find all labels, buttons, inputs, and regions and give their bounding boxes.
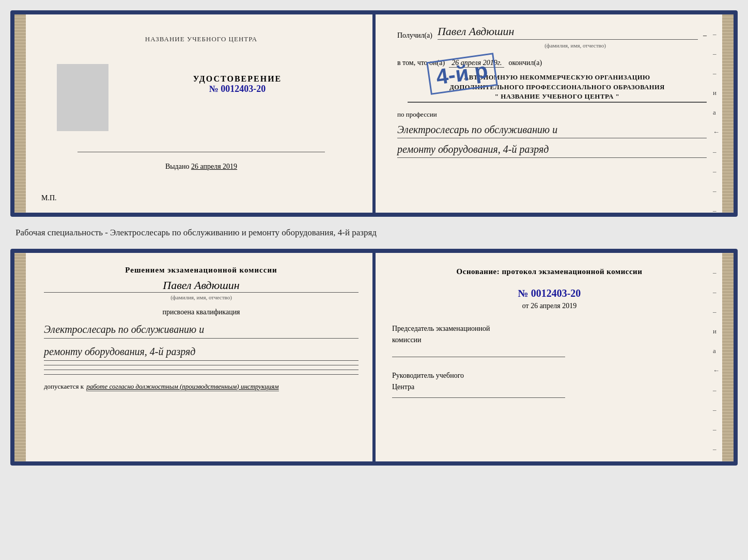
po-professii-label: по профессии [397,110,707,119]
rukovoditel-text: Руководитель учебного Центра [392,370,707,393]
resheniem-title: Решением экзаменационной комиссии [44,266,359,275]
qualification-text-1: Электрослесарь по обслуживанию и [44,321,359,339]
osnovanie-text: Основание: протокол экзаменационной коми… [392,266,707,278]
dopuskaetsya-text: работе согласно должностным (производств… [86,382,278,391]
top-right-panel: Получил(а) Павел Авдюшин – (фамилия, имя… [377,14,722,213]
vtom-label: в том, что он(а) [397,59,445,67]
spine-right [722,14,734,213]
profession-text-1: Электрослесарь по обслуживанию и [397,121,707,138]
vydano-label: Выдано [165,163,190,170]
page-wrapper: НАЗВАНИЕ УЧЕБНОГО ЦЕНТРА УДОСТОВЕРЕНИЕ №… [10,10,738,466]
ot-date: от 26 апреля 2019 [392,302,707,310]
chairman-line2: комиссии [392,334,707,346]
chairman-sig-line [392,357,565,357]
poluchil-label: Получил(а) [397,31,432,40]
org-name: " НАЗВАНИЕ УЧЕБНОГО ЦЕНТРА " [408,92,707,103]
cert-center-title: НАЗВАНИЕ УЧЕБНОГО ЦЕНТРА [145,35,257,43]
qualification-text-2: ремонту оборудования, 4-й разряд [44,343,359,361]
rukovoditel-line1: Руководитель учебного [392,370,707,381]
rukovoditel-sig-line [392,397,565,398]
bottom-line-1 [44,365,359,365]
protocol-number: № 0012403-20 [392,287,707,299]
bottom-right-panel: Основание: протокол экзаменационной коми… [377,253,722,461]
bottom-line-3 [44,374,359,375]
cert-number: № 0012403-20 [209,84,266,94]
photo-placeholder [57,64,108,131]
vtom-date: 26 апреля 2019г. [449,59,504,68]
top-document: НАЗВАНИЕ УЧЕБНОГО ЦЕНТРА УДОСТОВЕРЕНИЕ №… [10,10,738,217]
org-line2: ДОПОЛНИТЕЛЬНОГО ПРОФЕССИОНАЛЬНОГО ОБРАЗО… [408,83,707,92]
stamp-container: 4-й р АВТОНОМНУЮ НЕКОММЕРЧЕСКУЮ ОРГАНИЗА… [397,73,707,103]
poluchil-dash: – [703,31,707,40]
dopuskaetsya-label: допускается к [44,382,84,391]
spine-left-bottom [14,253,26,461]
bottom-recipient-name: Павел Авдюшин [44,279,359,293]
right-dashes-top: – – – и а ← – – – – [713,30,720,215]
rukovoditel-line2: Центра [392,381,707,393]
cert-vydano: Выдано 26 апреля 2019 [165,163,237,171]
okonchil-label: окончил(а) [508,59,542,67]
bottom-line-2 [44,370,359,370]
fio-subtitle-top: (фамилия, имя, отчество) [444,42,707,49]
chairman-line1: Председатель экзаменационной [392,323,707,334]
bottom-document: Решением экзаменационной комиссии Павел … [10,249,738,466]
middle-description: Рабочая специальность - Электрослесарь п… [10,226,738,239]
chairman-text: Председатель экзаменационной комиссии [392,323,707,346]
poluchil-row: Получил(а) Павел Авдюшин – [397,25,707,40]
dopuskaetsya-row: допускается к работе согласно должностны… [44,382,359,391]
spine-right-bottom [722,253,734,461]
ot-date-value: 26 апреля 2019 [531,302,576,310]
bottom-fio-sub: (фамилия, имя, отчество) [44,294,359,300]
top-left-panel: НАЗВАНИЕ УЧЕБНОГО ЦЕНТРА УДОСТОВЕРЕНИЕ №… [26,14,377,213]
profession-text-2: ремонту оборудования, 4-й разряд [397,141,707,158]
mp-text: М.П. [41,194,57,202]
udostoverenie-label: УДОСТОВЕРЕНИЕ [193,74,282,84]
cert-divider-line [77,152,325,152]
ot-label: от [522,302,529,310]
org-line1: АВТОНОМНУЮ НЕКОММЕРЧЕСКУЮ ОРГАНИЗАЦИЮ [408,73,707,83]
bottom-left-panel: Решением экзаменационной комиссии Павел … [26,253,377,461]
spine-left [14,14,26,213]
recipient-name: Павел Авдюшин [438,25,698,40]
right-dashes-bottom: – – – и а ← – – – – [713,268,720,453]
vydano-date: 26 апреля 2019 [191,163,237,170]
vtom-row: в том, что он(а) 26 апреля 2019г. окончи… [397,59,707,68]
prisvoyena-label: присвоена квалификация [44,308,359,316]
